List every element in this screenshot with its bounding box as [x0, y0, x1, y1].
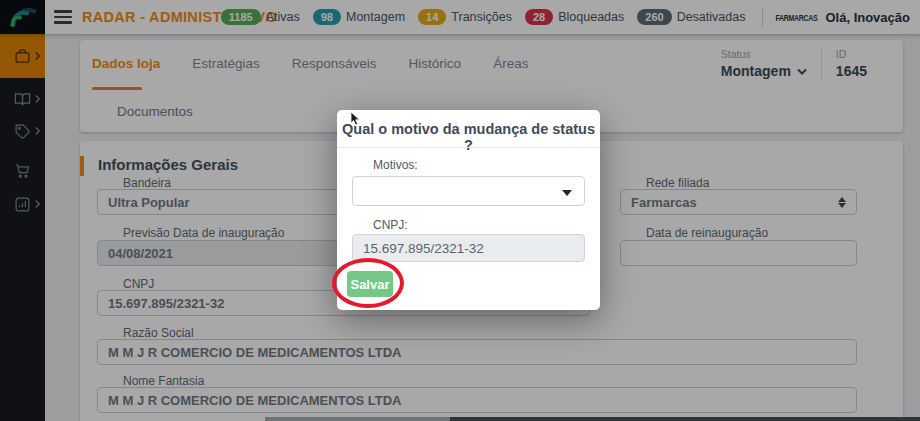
mouse-cursor-icon: [350, 112, 362, 126]
motivos-select[interactable]: [352, 176, 585, 206]
modal-cnpj-label: CNPJ:: [373, 218, 408, 232]
caret-down-icon: [562, 190, 572, 196]
red-circle-annotation: [332, 258, 404, 308]
app-window: RADAR - ADMINISTRATIVO 1185 Ativas 98 Mo…: [0, 0, 920, 421]
modal-divider: [337, 147, 600, 148]
modal-cnpj-field[interactable]: [352, 234, 585, 262]
motivos-label: Motivos:: [373, 158, 418, 172]
modal-title: Qual o motivo da mudança de status ?: [337, 121, 600, 153]
